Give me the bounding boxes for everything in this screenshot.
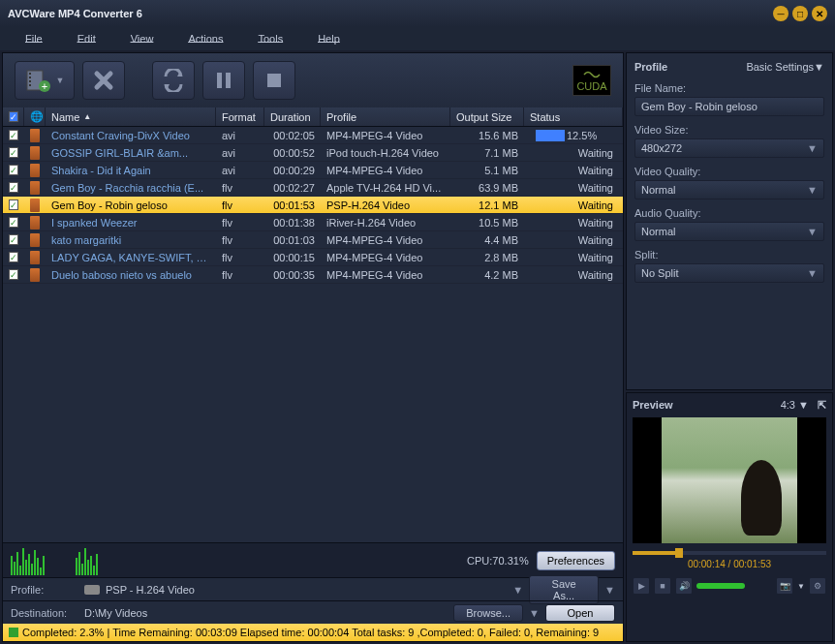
svg-rect-4 (29, 84, 31, 86)
table-row[interactable]: ✓Gem Boy - Robin gelosoflv00:01:53PSP-H.… (3, 197, 623, 214)
header-check[interactable]: ✓ (3, 107, 24, 126)
svg-rect-8 (226, 73, 231, 88)
file-icon (30, 251, 40, 264)
status-bar: Completed: 2.3% | Time Remaining: 00:03:… (3, 624, 623, 641)
popout-icon[interactable]: ⇱ (818, 399, 826, 411)
file-format: avi (216, 147, 264, 159)
file-output-size: 7.1 MB (450, 147, 524, 159)
status-text: Completed: 2.3% | Time Remaining: 00:03:… (22, 627, 599, 638)
preferences-button[interactable]: Preferences (537, 551, 615, 570)
row-checkbox[interactable]: ✓ (9, 217, 18, 228)
file-icon (30, 268, 40, 282)
settings-icon[interactable]: ⚙ (809, 577, 826, 595)
row-checkbox[interactable]: ✓ (9, 165, 18, 175)
stop-preview-button[interactable]: ■ (654, 577, 671, 595)
videosize-dropdown[interactable]: 480x272▼ (634, 138, 824, 158)
open-button[interactable]: Open (545, 604, 615, 622)
file-status: Waiting (524, 182, 623, 194)
file-output-size: 15.6 MB (450, 130, 524, 141)
file-output-size: 4.2 MB (450, 269, 524, 281)
saveas-arrow[interactable]: ▼ (604, 584, 615, 596)
header-duration[interactable]: Duration (264, 107, 321, 126)
row-checkbox[interactable]: ✓ (9, 147, 18, 158)
titlebar: AVCWare MP4 Converter 6 ─ □ ✕ (0, 0, 835, 27)
delete-button[interactable] (82, 61, 125, 100)
row-checkbox[interactable]: ✓ (9, 130, 18, 140)
browse-arrow[interactable]: ▼ (529, 607, 540, 619)
profile-label: Profile: (11, 584, 78, 596)
videosize-label: Video Size: (634, 124, 824, 136)
table-row[interactable]: ✓Constant Craving-DivX Videoavi00:02:05M… (3, 127, 623, 144)
row-checkbox[interactable]: ✓ (9, 234, 18, 245)
file-format: flv (216, 199, 264, 211)
table-row[interactable]: ✓I spanked Weezerflv00:01:38iRiver-H.264… (3, 214, 623, 231)
file-duration: 00:02:05 (264, 130, 321, 141)
row-checkbox[interactable]: ✓ (9, 199, 18, 210)
table-row[interactable]: ✓Duelo baboso nieto vs abueloflv00:00:35… (3, 266, 623, 284)
minimize-button[interactable]: ─ (773, 6, 789, 21)
volume-slider[interactable] (696, 583, 745, 589)
file-duration: 00:00:52 (264, 147, 321, 159)
stop-button[interactable] (253, 61, 295, 100)
menu-view[interactable]: View (113, 33, 171, 45)
header-status[interactable]: Status (524, 107, 623, 126)
maximize-button[interactable]: □ (792, 6, 808, 21)
table-row[interactable]: ✓LADY GAGA, KANYE-SWIFT, B...flv00:00:15… (3, 249, 623, 266)
timeline-slider[interactable] (633, 551, 826, 555)
window-buttons: ─ □ ✕ (773, 6, 827, 21)
row-checkbox[interactable]: ✓ (9, 269, 18, 280)
snapshot-button[interactable]: 📷 (776, 577, 793, 595)
table-row[interactable]: ✓Gem Boy - Racchia racchia (E...flv00:02… (3, 179, 623, 197)
header-icon: 🌐 (24, 107, 46, 126)
snapshot-arrow[interactable]: ▼ (797, 582, 805, 591)
pause-button[interactable] (202, 61, 245, 100)
chevron-down-icon: ▼ (807, 184, 818, 196)
header-name[interactable]: Name▲ (46, 107, 216, 126)
split-dropdown[interactable]: No Split▼ (634, 263, 824, 283)
preview-title: Preview (633, 399, 673, 412)
cpu-bar: CPU:70.31% Preferences (3, 542, 623, 577)
header-profile[interactable]: Profile (321, 107, 450, 126)
video-preview[interactable] (633, 417, 826, 543)
svg-rect-9 (267, 74, 281, 87)
aspect-ratio-dropdown[interactable]: 4:3 ▼ (781, 399, 809, 411)
profile-dropdown-arrow[interactable]: ▼ (512, 584, 523, 596)
menu-edit[interactable]: Edit (60, 33, 113, 45)
audioquality-dropdown[interactable]: Normal▼ (634, 222, 824, 241)
file-format: flv (216, 234, 264, 246)
file-list: ✓Constant Craving-DivX Videoavi00:02:05M… (3, 127, 623, 542)
table-row[interactable]: ✓Shakira - Did it Againavi00:00:29MP4-MP… (3, 162, 623, 179)
file-output-size: 10.5 MB (450, 217, 524, 229)
profile-value[interactable]: PSP - H.264 Video (106, 584, 507, 596)
row-checkbox[interactable]: ✓ (9, 182, 18, 193)
chevron-down-icon: ▼ (807, 142, 818, 154)
volume-icon[interactable]: 🔊 (675, 577, 693, 595)
menu-actions[interactable]: Actions (170, 33, 240, 45)
file-icon (30, 146, 40, 160)
videoquality-dropdown[interactable]: Normal▼ (634, 180, 824, 199)
save-as-button[interactable]: Save As... (529, 575, 599, 604)
menu-tools[interactable]: Tools (240, 33, 300, 45)
row-checkbox[interactable]: ✓ (9, 252, 18, 262)
table-row[interactable]: ✓kato margaritkiflv00:01:03MP4-MPEG-4 Vi… (3, 231, 623, 249)
menu-help[interactable]: Help (300, 33, 357, 45)
header-output[interactable]: Output Size (450, 107, 524, 126)
destination-label: Destination: (11, 607, 78, 619)
file-status: Waiting (524, 199, 623, 211)
play-button[interactable]: ▶ (633, 577, 650, 595)
destination-value[interactable]: D:\My Videos (84, 607, 448, 619)
filename-input[interactable]: Gem Boy - Robin geloso (634, 97, 824, 116)
convert-button[interactable] (152, 61, 195, 100)
file-name: kato margaritki (46, 234, 216, 246)
playback-controls: ▶ ■ 🔊 📷 ▼ ⚙ (633, 577, 826, 595)
table-row[interactable]: ✓GOSSIP GIRL-BLAIR &am...avi00:00:52iPod… (3, 144, 623, 162)
add-file-button[interactable]: + ▼ (15, 61, 75, 100)
menu-file[interactable]: File (8, 33, 60, 45)
list-header: ✓ 🌐 Name▲ Format Duration Profile Output… (3, 107, 623, 127)
basic-settings-toggle[interactable]: Basic Settings▼ (746, 61, 824, 73)
browse-button[interactable]: Browse... (453, 604, 523, 622)
profile-row: Profile: PSP - H.264 Video ▼ Save As... … (3, 577, 623, 600)
header-format[interactable]: Format (216, 107, 264, 126)
file-duration: 00:01:38 (264, 217, 321, 229)
close-button[interactable]: ✕ (812, 6, 827, 21)
